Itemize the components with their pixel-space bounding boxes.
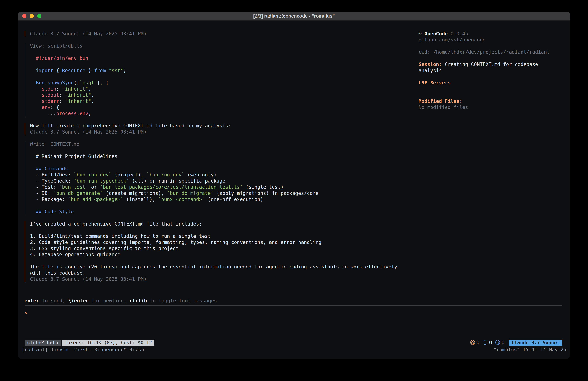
assistant-message-intro: Now I'll create a comprehensive CONTEXT.… [24,123,401,135]
model-timestamp: Claude 3.7 Sonnet (14 May 2025 03:41 PM) [30,276,401,282]
model-timestamp: Claude 3.7 Sonnet (14 May 2025 03:41 PM) [30,129,401,135]
text-line: Modified Files: [419,98,562,104]
text-line: - DB: `bun db generate` (create migratio… [30,190,401,196]
text-line [419,43,562,49]
terminal-content: Claude 3.7 Sonnet (14 May 2025 03:41 PM)… [18,21,570,359]
text-line: Bun.spawnSync([`psql`], { [30,80,401,86]
session-sidebar: © OpenCode 0.0.45github.com/sst/opencode… [419,31,562,298]
model-chip[interactable]: Claude 3.7 Sonnet [509,339,562,346]
text-line [30,147,401,153]
sidebar-info: © OpenCode 0.0.45github.com/sst/opencode… [419,31,562,111]
window-titlebar: [2/3] radiant:3:opencode - "romulus" [18,12,570,21]
text-line: 4. Database operations guidance [30,251,401,258]
text-line: #!/usr/bin/env bun [30,55,401,61]
traffic-lights [18,14,41,18]
close-button[interactable] [22,14,26,18]
text-line: 2. Code style guidelines covering import… [30,239,401,246]
text-line: 3. CSS styling conventions specific to t… [30,246,401,251]
text-line: import { Resource } from "sst"; [30,67,401,74]
text-line: ...process.env, [30,111,401,116]
text-line [30,227,401,233]
tool-write-content: # Radiant Project Guidelines## Commands-… [30,147,401,215]
text-line: - TypeCheck: `bun run typecheck` (all) o… [30,178,401,184]
minimize-button[interactable] [30,14,34,18]
text-line [419,55,562,61]
tmux-status-bar: [radiant] 1:nvim 2:zsh- 3:opencode* 4:zs… [18,346,570,353]
tmux-windows[interactable]: [radiant] 1:nvim 2:zsh- 3:opencode* 4:zs… [22,347,144,353]
keybind-help: enter to send, \+enter for newline, ctrl… [24,298,562,304]
text-line: © OpenCode 0.0.45 [419,31,562,37]
text-line: - Build/Dev: `bun run dev` (project), `b… [30,172,401,178]
tool-write-block: Write: CONTEXT.md # Radiant Project Guid… [24,141,401,215]
tokens-cost-chip: Tokens: 16.4K (8%), Cost: $0.12 [62,339,154,346]
text-line: cwd: /home/thdxr/dev/projects/radiant/ra… [419,49,562,55]
opencode-main: Claude 3.7 Sonnet (14 May 2025 03:41 PM)… [18,21,570,298]
chat-area: Claude 3.7 Sonnet (14 May 2025 03:41 PM)… [24,31,401,298]
status-bar: ctrl+? help Tokens: 16.4K (8%), Cost: $0… [18,339,570,346]
tool-view-title: View: script/db.ts [30,43,401,49]
tmux-host-clock: "romulus" 15:41 14-May-25 [493,347,566,353]
assistant-message-header-block: Claude 3.7 Sonnet (14 May 2025 03:41 PM) [24,31,401,37]
window-title: [2/3] radiant:3:opencode - "romulus" [18,13,570,19]
text-line: - Test: `bun test` or `bun test packages… [30,184,401,190]
prompt-symbol: > [24,310,27,316]
tool-view-code: #!/usr/bin/env bunimport { Resource } fr… [30,49,401,116]
text-line: Session: Creating CONTEXT.md for codebas… [419,61,562,74]
text-line: No modified files [419,104,562,111]
text-line: LSP Servers [419,80,562,86]
model-timestamp: Claude 3.7 Sonnet (14 May 2025 03:41 PM) [30,31,401,37]
text-line: ## Commands [30,166,401,172]
tool-write-title: Write: CONTEXT.md [30,141,401,147]
status-bar-right: Ⓦ 0 ⓘ 0 ⓗ 0 Claude 3.7 Sonnet [470,339,562,346]
assistant-message-summary: I've created a comprehensive CONTEXT.md … [24,221,401,282]
text-line [30,202,401,209]
text-line [419,86,562,92]
message-text: Now I'll create a comprehensive CONTEXT.… [30,123,401,129]
zoom-button[interactable] [37,14,41,18]
summary-text: I've created a comprehensive CONTEXT.md … [30,221,401,276]
text-line: ## Code Style [30,209,401,215]
text-line: env: { [30,104,401,111]
text-line: I've created a comprehensive CONTEXT.md … [30,221,401,227]
text-line [30,159,401,166]
text-line: github.com/sst/opencode [419,37,562,43]
text-line [419,74,562,80]
text-line: - Package: `bun add <package>` (install)… [30,196,401,202]
help-shortcut-chip[interactable]: ctrl+? help [24,339,61,346]
terminal-window: [2/3] radiant:3:opencode - "romulus" Cla… [18,12,570,359]
text-line: stderr: "inherit", [30,98,401,104]
tool-view-block: View: script/db.ts #!/usr/bin/env bunimp… [24,43,401,116]
text-line: The file is concise (20 lines) and captu… [30,264,401,276]
text-line: 1. Build/lint/test commands including ho… [30,233,401,239]
input-editor: enter to send, \+enter for newline, ctrl… [18,298,570,339]
prompt-input[interactable]: > [24,306,562,339]
text-line [419,92,562,98]
text-line: # Radiant Project Guidelines [30,153,401,159]
diagnostics-counts: Ⓦ 0 ⓘ 0 ⓗ 0 [470,339,504,346]
text-line [30,258,401,264]
text-line: stdout: "inherit", [30,92,401,98]
text-line [30,74,401,80]
text-line [30,61,401,67]
text-line: stdin: "inherit", [30,86,401,92]
text-line [30,49,401,55]
